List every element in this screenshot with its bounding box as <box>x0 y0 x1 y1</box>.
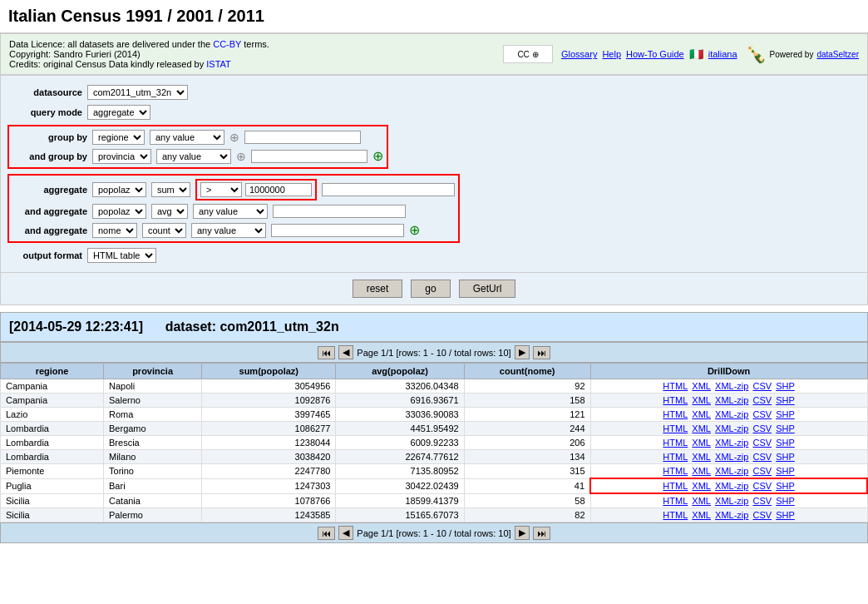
drilldown-xml-link[interactable]: XML <box>692 452 711 462</box>
drilldown-shp-link[interactable]: SHP <box>776 466 795 476</box>
istat-link[interactable]: ISTAT <box>206 59 231 69</box>
drilldown-csv-link[interactable]: CSV <box>752 381 772 391</box>
drilldown-xml-link[interactable]: XML <box>692 481 711 491</box>
drilldown-cell: HTML XML XML-zip CSV SHP <box>590 450 867 464</box>
agg2-cond-select[interactable]: any value <box>193 204 268 219</box>
outputformat-select[interactable]: HTML table <box>87 248 156 263</box>
drilldown-shp-link[interactable]: SHP <box>776 381 795 391</box>
drilldown-xml-link[interactable]: XML <box>692 466 711 476</box>
drilldown-xml-link[interactable]: XML <box>692 409 711 419</box>
drilldown-csv-link[interactable]: CSV <box>752 466 772 476</box>
drilldown-xmlzip-link[interactable]: XML-zip <box>715 409 748 419</box>
drilldown-xmlzip-link[interactable]: XML-zip <box>715 381 748 391</box>
agg1-func-select[interactable]: sum <box>151 182 190 197</box>
help-link[interactable]: Help <box>602 49 621 59</box>
table-cell: 7135.80952 <box>336 464 464 479</box>
agg2-field-select[interactable]: popolaz <box>92 204 146 219</box>
drilldown-html-link[interactable]: HTML <box>663 496 688 506</box>
drilldown-xmlzip-link[interactable]: XML-zip <box>715 466 748 476</box>
agg3-field-select[interactable]: nome <box>92 223 137 238</box>
drilldown-html-link[interactable]: HTML <box>663 423 688 433</box>
dataseltzer-link[interactable]: dataSeltzer <box>816 50 859 59</box>
drilldown-xmlzip-link[interactable]: XML-zip <box>715 510 748 520</box>
drilldown-html-link[interactable]: HTML <box>663 510 688 520</box>
datasource-select[interactable]: com2011_utm_32n <box>87 85 188 100</box>
drilldown-csv-link[interactable]: CSV <box>752 510 772 520</box>
drilldown-xmlzip-link[interactable]: XML-zip <box>715 481 748 491</box>
drilldown-csv-link[interactable]: CSV <box>752 395 772 405</box>
drilldown-html-link[interactable]: HTML <box>663 481 688 491</box>
drilldown-html-link[interactable]: HTML <box>663 438 688 448</box>
drilldown-xmlzip-link[interactable]: XML-zip <box>715 438 748 448</box>
first-page-button[interactable]: ⏮ <box>318 346 335 359</box>
add-groupby-icon[interactable]: ⊕ <box>372 148 383 164</box>
drilldown-html-link[interactable]: HTML <box>663 466 688 476</box>
add-agg-icon[interactable]: ⊕ <box>409 222 420 238</box>
table-cell: Lazio <box>1 408 104 422</box>
drilldown-xml-link[interactable]: XML <box>692 381 711 391</box>
drilldown-shp-link[interactable]: SHP <box>776 510 795 520</box>
prev-page-button[interactable]: ◀ <box>338 345 353 359</box>
bottom-last-page-button[interactable]: ⏭ <box>533 527 550 540</box>
drilldown-xml-link[interactable]: XML <box>692 395 711 405</box>
drilldown-shp-link[interactable]: SHP <box>776 438 795 448</box>
drilldown-html-link[interactable]: HTML <box>663 395 688 405</box>
go-button[interactable]: go <box>411 280 450 298</box>
agg1-val-input[interactable] <box>245 183 312 196</box>
datasource-row: datasource com2011_utm_32n <box>7 82 861 102</box>
drilldown-csv-link[interactable]: CSV <box>752 452 772 462</box>
next-page-button[interactable]: ▶ <box>515 345 530 359</box>
agg3-func-select[interactable]: count <box>142 223 186 238</box>
drilldown-shp-link[interactable]: SHP <box>776 409 795 419</box>
drilldown-xmlzip-link[interactable]: XML-zip <box>715 496 748 506</box>
groupby-select[interactable]: regione <box>92 130 145 145</box>
drilldown-csv-link[interactable]: CSV <box>752 409 772 419</box>
drilldown-html-link[interactable]: HTML <box>663 381 688 391</box>
drilldown-xml-link[interactable]: XML <box>692 438 711 448</box>
drilldown-xml-link[interactable]: XML <box>692 496 711 506</box>
bottom-prev-page-button[interactable]: ◀ <box>338 526 353 540</box>
drilldown-html-link[interactable]: HTML <box>663 452 688 462</box>
drilldown-xmlzip-link[interactable]: XML-zip <box>715 423 748 433</box>
drilldown-csv-link[interactable]: CSV <box>752 481 772 491</box>
agg1-field-select[interactable]: popolaz <box>92 182 146 197</box>
agg3-cond-select[interactable]: any value <box>191 223 266 238</box>
drilldown-shp-link[interactable]: SHP <box>776 452 795 462</box>
seltzer-icon: 🍾 <box>746 44 767 64</box>
glossary-link[interactable]: Glossary <box>561 49 597 59</box>
drilldown-shp-link[interactable]: SHP <box>776 481 795 491</box>
agg2-func-select[interactable]: avg <box>151 204 188 219</box>
bottom-next-page-button[interactable]: ▶ <box>515 526 530 540</box>
italian-link[interactable]: italiana <box>708 49 737 59</box>
reset-button[interactable]: reset <box>353 280 403 298</box>
drilldown-shp-link[interactable]: SHP <box>776 423 795 433</box>
andgroupby-cond-select[interactable]: any value <box>156 149 231 164</box>
drilldown-shp-link[interactable]: SHP <box>776 496 795 506</box>
howto-link[interactable]: How-To Guide <box>626 49 684 59</box>
andgroupby-select[interactable]: provincia <box>92 149 151 164</box>
geturl-button[interactable]: GetUrl <box>459 280 516 298</box>
drilldown-html-link[interactable]: HTML <box>663 409 688 419</box>
drilldown-xmlzip-link[interactable]: XML-zip <box>715 395 748 405</box>
nav-links: Glossary Help How-To Guide 🇮🇹 italiana <box>561 47 737 61</box>
table-cell: Lombardia <box>1 450 104 464</box>
agg2-val-input[interactable] <box>273 205 406 218</box>
last-page-button[interactable]: ⏭ <box>533 346 550 359</box>
agg1-op-select[interactable]: > <box>200 182 242 197</box>
drilldown-csv-link[interactable]: CSV <box>752 496 772 506</box>
drilldown-csv-link[interactable]: CSV <box>752 438 772 448</box>
drilldown-xmlzip-link[interactable]: XML-zip <box>715 452 748 462</box>
agg3-val-input[interactable] <box>271 224 404 237</box>
table-row: PugliaBari124730330422.0243941HTML XML X… <box>1 478 868 493</box>
groupby-cond-select[interactable]: any value <box>150 130 224 145</box>
drilldown-xml-link[interactable]: XML <box>692 510 711 520</box>
drilldown-shp-link[interactable]: SHP <box>776 395 795 405</box>
drilldown-xml-link[interactable]: XML <box>692 423 711 433</box>
groupby-filter-input[interactable] <box>244 131 361 144</box>
andgroupby-filter-input[interactable] <box>251 150 367 163</box>
cc-by-link[interactable]: CC-BY <box>213 39 241 49</box>
drilldown-csv-link[interactable]: CSV <box>752 423 772 433</box>
querymode-select[interactable]: aggregate <box>87 105 150 120</box>
bottom-first-page-button[interactable]: ⏮ <box>318 527 335 540</box>
agg1-extra-input[interactable] <box>322 183 455 196</box>
